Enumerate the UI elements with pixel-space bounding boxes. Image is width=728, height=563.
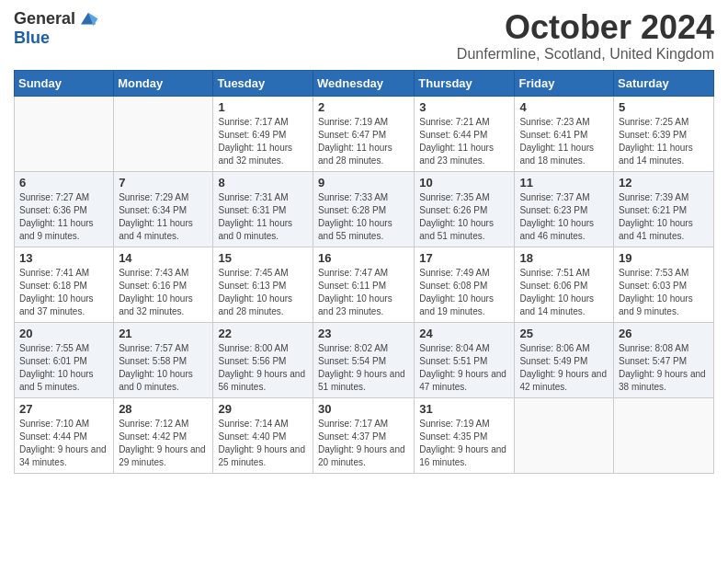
col-sunday: Sunday xyxy=(15,70,114,96)
day-cell: 6Sunrise: 7:27 AM Sunset: 6:36 PM Daylig… xyxy=(15,171,114,247)
day-detail: Sunrise: 8:00 AM Sunset: 5:56 PM Dayligh… xyxy=(218,342,308,394)
calendar-header: Sunday Monday Tuesday Wednesday Thursday… xyxy=(15,70,714,96)
logo-general: General xyxy=(14,9,75,29)
day-detail: Sunrise: 7:53 AM Sunset: 6:03 PM Dayligh… xyxy=(619,267,709,318)
day-number: 22 xyxy=(218,327,308,340)
day-number: 5 xyxy=(619,100,709,114)
day-cell: 26Sunrise: 8:08 AM Sunset: 5:47 PM Dayli… xyxy=(614,322,714,397)
day-cell: 12Sunrise: 7:39 AM Sunset: 6:21 PM Dayli… xyxy=(614,171,714,247)
day-number: 25 xyxy=(519,327,609,340)
day-detail: Sunrise: 7:31 AM Sunset: 6:31 PM Dayligh… xyxy=(218,191,308,243)
day-cell: 31Sunrise: 7:19 AM Sunset: 4:35 PM Dayli… xyxy=(415,397,515,473)
day-number: 12 xyxy=(619,176,709,190)
week-row-3: 13Sunrise: 7:41 AM Sunset: 6:18 PM Dayli… xyxy=(15,247,714,322)
day-detail: Sunrise: 7:23 AM Sunset: 6:41 PM Dayligh… xyxy=(519,116,609,167)
calendar-table: Sunday Monday Tuesday Wednesday Thursday… xyxy=(14,70,714,474)
day-cell: 11Sunrise: 7:37 AM Sunset: 6:23 PM Dayli… xyxy=(515,171,614,247)
day-detail: Sunrise: 7:19 AM Sunset: 4:35 PM Dayligh… xyxy=(419,418,509,469)
day-cell: 18Sunrise: 7:51 AM Sunset: 6:06 PM Dayli… xyxy=(515,247,614,322)
day-number: 19 xyxy=(619,251,709,265)
day-number: 30 xyxy=(318,402,409,416)
day-detail: Sunrise: 8:04 AM Sunset: 5:51 PM Dayligh… xyxy=(419,342,509,394)
day-cell: 20Sunrise: 7:55 AM Sunset: 6:01 PM Dayli… xyxy=(15,322,114,397)
col-friday: Friday xyxy=(515,70,614,96)
page: General Blue October 2024 Dunfermline, S… xyxy=(0,0,728,483)
logo: General Blue xyxy=(14,9,99,48)
day-detail: Sunrise: 7:25 AM Sunset: 6:39 PM Dayligh… xyxy=(619,116,709,167)
location: Dunfermline, Scotland, United Kingdom xyxy=(457,46,714,63)
day-cell: 14Sunrise: 7:43 AM Sunset: 6:16 PM Dayli… xyxy=(114,247,213,322)
day-number: 28 xyxy=(119,402,208,416)
day-cell: 28Sunrise: 7:12 AM Sunset: 4:42 PM Dayli… xyxy=(114,397,213,473)
day-cell: 25Sunrise: 8:06 AM Sunset: 5:49 PM Dayli… xyxy=(515,322,614,397)
logo-icon xyxy=(77,11,99,28)
day-detail: Sunrise: 7:55 AM Sunset: 6:01 PM Dayligh… xyxy=(19,342,108,394)
day-number: 4 xyxy=(519,100,609,114)
day-detail: Sunrise: 7:33 AM Sunset: 6:28 PM Dayligh… xyxy=(318,191,409,243)
day-cell: 7Sunrise: 7:29 AM Sunset: 6:34 PM Daylig… xyxy=(114,171,213,247)
day-cell: 5Sunrise: 7:25 AM Sunset: 6:39 PM Daylig… xyxy=(614,96,714,171)
day-detail: Sunrise: 7:17 AM Sunset: 6:49 PM Dayligh… xyxy=(218,116,308,167)
day-cell: 24Sunrise: 8:04 AM Sunset: 5:51 PM Dayli… xyxy=(415,322,515,397)
day-number: 6 xyxy=(19,176,108,190)
col-monday: Monday xyxy=(114,70,213,96)
day-detail: Sunrise: 7:37 AM Sunset: 6:23 PM Dayligh… xyxy=(519,191,609,243)
day-detail: Sunrise: 7:27 AM Sunset: 6:36 PM Dayligh… xyxy=(19,191,108,243)
day-number: 20 xyxy=(19,327,108,340)
day-cell xyxy=(515,397,614,473)
day-cell xyxy=(614,397,714,473)
header-row: Sunday Monday Tuesday Wednesday Thursday… xyxy=(15,70,714,96)
week-row-5: 27Sunrise: 7:10 AM Sunset: 4:44 PM Dayli… xyxy=(15,397,714,473)
day-detail: Sunrise: 7:49 AM Sunset: 6:08 PM Dayligh… xyxy=(419,267,509,318)
day-detail: Sunrise: 7:29 AM Sunset: 6:34 PM Dayligh… xyxy=(119,191,208,243)
calendar-body: 1Sunrise: 7:17 AM Sunset: 6:49 PM Daylig… xyxy=(15,96,714,473)
day-number: 3 xyxy=(419,100,509,114)
logo-blue: Blue xyxy=(14,29,50,48)
day-number: 26 xyxy=(619,327,709,340)
day-number: 16 xyxy=(318,251,409,265)
day-cell: 2Sunrise: 7:19 AM Sunset: 6:47 PM Daylig… xyxy=(313,96,415,171)
week-row-1: 1Sunrise: 7:17 AM Sunset: 6:49 PM Daylig… xyxy=(15,96,714,171)
week-row-4: 20Sunrise: 7:55 AM Sunset: 6:01 PM Dayli… xyxy=(15,322,714,397)
day-cell: 22Sunrise: 8:00 AM Sunset: 5:56 PM Dayli… xyxy=(213,322,313,397)
day-detail: Sunrise: 7:12 AM Sunset: 4:42 PM Dayligh… xyxy=(119,418,208,469)
day-number: 23 xyxy=(318,327,409,340)
day-number: 9 xyxy=(318,176,409,190)
day-cell: 21Sunrise: 7:57 AM Sunset: 5:58 PM Dayli… xyxy=(114,322,213,397)
day-number: 1 xyxy=(218,100,308,114)
week-row-2: 6Sunrise: 7:27 AM Sunset: 6:36 PM Daylig… xyxy=(15,171,714,247)
day-number: 14 xyxy=(119,251,208,265)
day-number: 10 xyxy=(419,176,509,190)
day-number: 27 xyxy=(19,402,108,416)
day-number: 31 xyxy=(419,402,509,416)
day-number: 13 xyxy=(19,251,108,265)
day-cell: 13Sunrise: 7:41 AM Sunset: 6:18 PM Dayli… xyxy=(15,247,114,322)
day-cell: 10Sunrise: 7:35 AM Sunset: 6:26 PM Dayli… xyxy=(415,171,515,247)
day-detail: Sunrise: 7:41 AM Sunset: 6:18 PM Dayligh… xyxy=(19,267,108,318)
day-cell: 27Sunrise: 7:10 AM Sunset: 4:44 PM Dayli… xyxy=(15,397,114,473)
day-cell: 1Sunrise: 7:17 AM Sunset: 6:49 PM Daylig… xyxy=(213,96,313,171)
day-number: 11 xyxy=(519,176,609,190)
day-detail: Sunrise: 7:51 AM Sunset: 6:06 PM Dayligh… xyxy=(519,267,609,318)
day-cell: 8Sunrise: 7:31 AM Sunset: 6:31 PM Daylig… xyxy=(213,171,313,247)
day-cell: 4Sunrise: 7:23 AM Sunset: 6:41 PM Daylig… xyxy=(515,96,614,171)
day-detail: Sunrise: 7:17 AM Sunset: 4:37 PM Dayligh… xyxy=(318,418,409,469)
col-thursday: Thursday xyxy=(415,70,515,96)
day-cell: 3Sunrise: 7:21 AM Sunset: 6:44 PM Daylig… xyxy=(415,96,515,171)
day-detail: Sunrise: 7:35 AM Sunset: 6:26 PM Dayligh… xyxy=(419,191,509,243)
day-number: 24 xyxy=(419,327,509,340)
day-detail: Sunrise: 8:06 AM Sunset: 5:49 PM Dayligh… xyxy=(519,342,609,394)
day-cell xyxy=(114,96,213,171)
day-number: 8 xyxy=(218,176,308,190)
day-detail: Sunrise: 7:10 AM Sunset: 4:44 PM Dayligh… xyxy=(19,418,108,469)
day-cell: 17Sunrise: 7:49 AM Sunset: 6:08 PM Dayli… xyxy=(415,247,515,322)
day-number: 2 xyxy=(318,100,409,114)
day-detail: Sunrise: 7:47 AM Sunset: 6:11 PM Dayligh… xyxy=(318,267,409,318)
day-number: 21 xyxy=(119,327,208,340)
day-detail: Sunrise: 8:08 AM Sunset: 5:47 PM Dayligh… xyxy=(619,342,709,394)
day-cell: 19Sunrise: 7:53 AM Sunset: 6:03 PM Dayli… xyxy=(614,247,714,322)
day-cell: 23Sunrise: 8:02 AM Sunset: 5:54 PM Dayli… xyxy=(313,322,415,397)
day-cell: 29Sunrise: 7:14 AM Sunset: 4:40 PM Dayli… xyxy=(213,397,313,473)
day-number: 7 xyxy=(119,176,208,190)
day-number: 18 xyxy=(519,251,609,265)
